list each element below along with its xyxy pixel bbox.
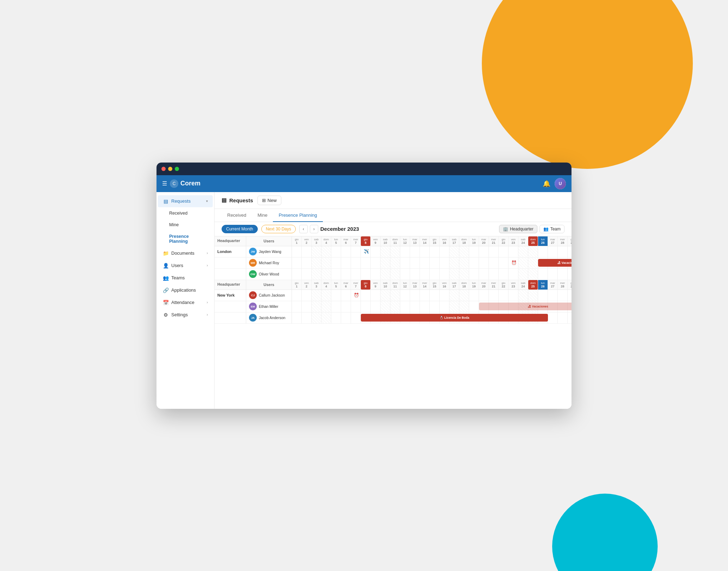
cell-em-day-19 [469,301,479,312]
cell-jw-day-19 [469,246,479,257]
cell-ow-day-13 [410,269,420,280]
day-header-20: mar20 [479,280,489,290]
traffic-lights [161,167,179,171]
filter-current-month[interactable]: Current Month [222,225,258,233]
user-name-ja: Jacob Anderson [259,316,285,320]
day-header-22: gio22 [499,280,509,290]
day-header-19: lun19 [469,280,479,290]
blob-yellow [482,0,693,169]
day-header-12: lun12 [400,236,410,246]
day-header-16: ven16 [440,236,449,246]
calendar-user-row: New YorkCJCallum Jackson⏰ [215,290,571,301]
settings-chevron: › [207,313,208,317]
cell-jw-day-20 [479,246,489,257]
cell-em-day-14 [420,301,430,312]
cell-mr-day-12 [400,258,410,268]
minimize-button[interactable] [168,167,172,171]
new-button[interactable]: ⊞ New [257,196,281,205]
sidebar-item-teams[interactable]: 👥 Teams [158,272,213,284]
title-bar [157,163,571,175]
cell-ow-day-5 [331,269,341,280]
tab-received[interactable]: Received [222,209,252,222]
brand-logo-icon: C [170,179,178,188]
cell-jw-day-21 [489,246,499,257]
cell-cj-day-4 [321,290,331,301]
user-name-ow: Oliver Wood [259,272,279,276]
maximize-button[interactable] [175,167,179,171]
day-header-7: mer7 [351,236,361,246]
cell-mr-day-16 [440,258,449,268]
sidebar: ▤ Requests ▾ Received Mine Presence Plan… [157,192,215,409]
cell-cj-day-13 [410,290,420,301]
cell-jw-day-8: ✈️ [361,246,371,257]
cell-ja-day-5 [331,312,341,323]
prev-month-button[interactable]: ‹ [299,225,308,233]
view-toggles: 🏢 Headquarter 👥 Team [499,225,564,233]
cell-cj-day-26 [538,290,548,301]
user-avatar-cj: CJ [249,291,257,299]
headquarter-icon: 🏢 [503,227,508,231]
day-header-3: sab3 [312,280,321,290]
day-header-21: mer21 [489,280,499,290]
day-header-19: lun19 [469,236,479,246]
cell-ow-day-18 [459,269,469,280]
cell-ow-day-29 [568,269,571,280]
filter-next-30-days[interactable]: Next 30 Days [261,225,296,233]
location-label [215,312,246,323]
day-header-5: lun5 [331,236,341,246]
view-team-button[interactable]: 👥 Team [539,225,564,233]
day-header-6: mar6 [341,236,351,246]
calendar-grid: HeadquarterUsersgio1ven2sab3dom4lun5mar6… [215,236,571,324]
cell-mr-day-19 [469,258,479,268]
cell-jw-day-28 [558,246,568,257]
user-avatar[interactable]: U [555,178,566,189]
user-avatar-ow: OW [249,270,257,278]
next-month-button[interactable]: › [310,225,318,233]
hamburger-icon[interactable]: ☰ [162,180,167,187]
cell-ow-day-26 [538,269,548,280]
day-header-24: sab24 [518,236,528,246]
cell-cj-day-3 [312,290,321,301]
user-name-jw: Jayden Wang [259,249,281,254]
teams-icon: 👥 [163,275,168,281]
day-header-15: gio15 [430,280,440,290]
calendar-section-label: Headquarter [215,280,246,290]
cell-cj-day-6 [341,290,351,301]
sidebar-item-documents[interactable]: 📁 Documents › [158,247,213,259]
day-header-4: dom4 [321,280,331,290]
cell-mr-day-8 [361,258,371,268]
cell-ja-day-6 [341,312,351,323]
close-button[interactable] [161,167,166,171]
calendar-scroll[interactable]: HeadquarterUsersgio1ven2sab3dom4lun5mar6… [215,236,571,409]
day-header-3: sab3 [312,236,321,246]
clock-event-icon: ⏰ [354,293,359,298]
day-header-26: lun26 [538,280,548,290]
sidebar-item-requests[interactable]: ▤ Requests ▾ [158,195,213,207]
day-header-13: mar13 [410,236,420,246]
user-col-ja: JAJacob Anderson [246,312,292,323]
cell-jw-day-22 [499,246,509,257]
sidebar-item-users[interactable]: 👤 Users › [158,260,213,272]
tab-presence-planning[interactable]: Presence Planning [273,209,323,222]
sidebar-item-received[interactable]: Received [158,208,213,219]
day-header-18: dom18 [459,236,469,246]
cell-ow-day-27 [548,269,558,280]
calendar-header-row: HeadquarterUsersgio1ven2sab3dom4lun5mar6… [215,236,571,246]
sidebar-item-presence-planning[interactable]: Presence Planning [158,231,213,247]
cell-mr-day-2 [302,258,312,268]
cell-mr-day-9 [371,258,381,268]
event-bar-mr: 🏖 Vacaciones [538,259,571,267]
cell-ow-day-8 [361,269,371,280]
sidebar-item-applications[interactable]: 🔗 Applications [158,284,213,296]
cell-ow-day-14 [420,269,430,280]
sidebar-item-mine[interactable]: Mine [158,219,213,230]
cell-mr-day-4 [321,258,331,268]
tab-mine[interactable]: Mine [252,209,273,222]
attendance-chevron: › [207,300,208,304]
day-header-14: mer14 [420,280,430,290]
day-header-1: gio1 [292,236,302,246]
sidebar-item-settings[interactable]: ⚙ Settings › [158,309,213,321]
bell-icon[interactable]: 🔔 [543,180,550,188]
view-headquarter-button[interactable]: 🏢 Headquarter [499,225,537,233]
sidebar-item-attendance[interactable]: 📅 Attendance › [158,297,213,309]
